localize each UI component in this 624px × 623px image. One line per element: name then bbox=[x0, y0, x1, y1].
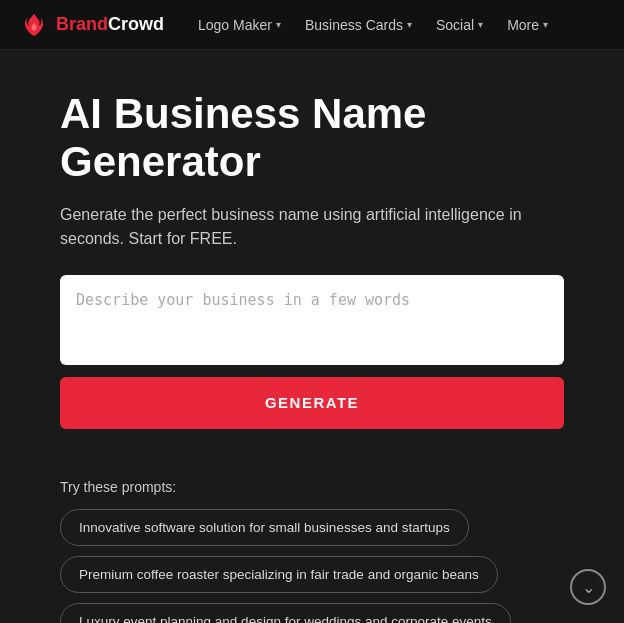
prompts-label: Try these prompts: bbox=[60, 479, 564, 495]
chevron-down-icon: ▾ bbox=[478, 19, 483, 30]
business-description-input[interactable] bbox=[60, 275, 564, 365]
logo[interactable]: BrandCrowd bbox=[20, 11, 164, 39]
nav-item-logo-maker[interactable]: Logo Maker ▾ bbox=[188, 11, 291, 39]
prompt-chip-2[interactable]: Premium coffee roaster specializing in f… bbox=[60, 556, 498, 593]
brandcrowd-logo-icon bbox=[20, 11, 48, 39]
prompt-chip-3[interactable]: Luxury event planning and design for wed… bbox=[60, 603, 511, 623]
hero-subtitle: Generate the perfect business name using… bbox=[60, 203, 564, 251]
logo-text: BrandCrowd bbox=[56, 14, 164, 35]
chevron-down-icon: ▾ bbox=[276, 19, 281, 30]
nav-item-more[interactable]: More ▾ bbox=[497, 11, 558, 39]
nav-items: Logo Maker ▾ Business Cards ▾ Social ▾ M… bbox=[188, 11, 558, 39]
hero-section: AI Business Name Generator Generate the … bbox=[0, 50, 624, 459]
nav-item-social[interactable]: Social ▾ bbox=[426, 11, 493, 39]
prompts-section: Try these prompts: Innovative software s… bbox=[0, 459, 624, 623]
page-title: AI Business Name Generator bbox=[60, 90, 564, 187]
generate-button[interactable]: GENERATE bbox=[60, 377, 564, 429]
scroll-down-button[interactable]: ⌄ bbox=[570, 569, 606, 605]
chevron-down-circle-icon: ⌄ bbox=[582, 578, 595, 597]
nav-item-business-cards[interactable]: Business Cards ▾ bbox=[295, 11, 422, 39]
chevron-down-icon: ▾ bbox=[407, 19, 412, 30]
navbar: BrandCrowd Logo Maker ▾ Business Cards ▾… bbox=[0, 0, 624, 50]
prompts-list: Innovative software solution for small b… bbox=[60, 509, 564, 623]
chevron-down-icon: ▾ bbox=[543, 19, 548, 30]
prompt-chip-1[interactable]: Innovative software solution for small b… bbox=[60, 509, 469, 546]
